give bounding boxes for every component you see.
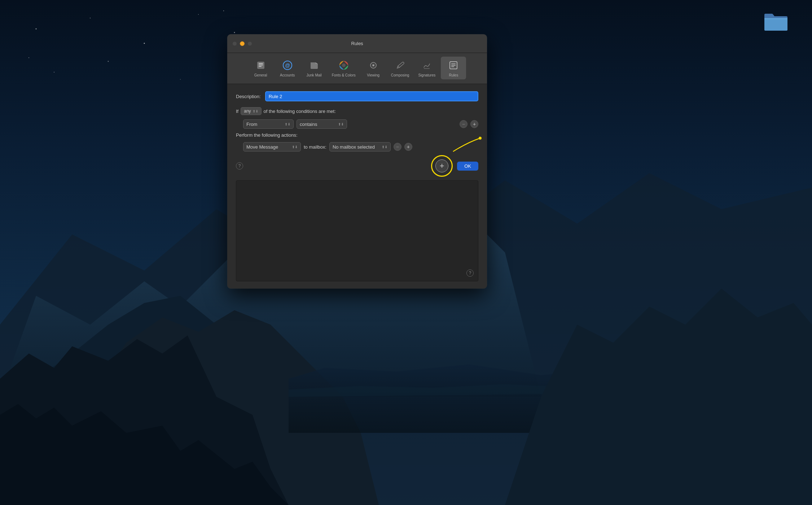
toolbar-item-accounts[interactable]: @ Accounts [275,57,300,79]
rules-window: Rules General @ Accounts [227,34,487,289]
svg-point-4 [198,14,199,15]
svg-rect-12 [259,63,263,64]
toolbar-item-rules[interactable]: Rules [441,57,466,79]
any-value: any [244,109,251,114]
composing-icon [394,59,407,72]
list-help-button[interactable]: ? [466,269,474,277]
action-row: Move Message ⬆⬇ to mailbox: No mailbox s… [236,142,478,152]
accounts-icon: @ [281,59,294,72]
svg-point-3 [144,43,145,44]
window-title: Rules [351,41,363,46]
svg-point-7 [108,61,109,62]
help-icon: ? [238,163,241,168]
composing-label: Composing [391,73,409,77]
ok-button[interactable]: OK [457,162,478,171]
toolbar-item-viewing[interactable]: Viewing [361,57,386,79]
action-plus-button[interactable]: + [404,143,412,151]
description-row: Description: [236,91,478,101]
any-popup[interactable]: any ⬆⬇ [241,107,261,115]
general-icon [254,59,267,72]
action-plus-icon: + [407,144,410,150]
description-input[interactable] [265,91,478,101]
mailbox-value: No mailbox selected [333,144,375,150]
svg-point-27 [479,137,482,140]
general-label: General [254,73,267,77]
toolbar-item-fonts-colors[interactable]: Fonts & Colors [328,57,359,79]
if-label: If [236,109,238,114]
operator-value: contains [300,122,317,127]
rules-icon [447,59,460,72]
junk-mail-label: Junk Mail [307,73,322,77]
signatures-label: Signatures [418,73,435,77]
svg-point-6 [54,72,54,73]
accounts-label: Accounts [280,73,295,77]
operator-select[interactable]: contains ⬆⬇ [297,119,347,129]
svg-text:@: @ [285,62,290,68]
any-chevrons: ⬆⬇ [253,109,258,113]
junk-mail-icon [308,59,321,72]
svg-point-9 [223,10,224,11]
action-minus-icon: − [396,144,399,150]
actions-label: Perform the following actions: [236,132,298,138]
rules-list[interactable]: ? [236,180,478,281]
condition-plus-button[interactable]: + [470,120,478,128]
viewing-label: Viewing [367,73,379,77]
field-select[interactable]: From ⬆⬇ [243,119,294,129]
svg-point-18 [342,63,346,67]
svg-point-2 [90,18,91,18]
action-select[interactable]: Move Message ⬆⬇ [243,142,301,152]
description-label: Description: [236,94,261,99]
plus-icon: + [473,121,476,127]
svg-point-5 [234,32,235,33]
help-button[interactable]: ? [236,162,243,170]
toolbar: General @ Accounts Junk Mail [227,53,487,84]
toolbar-item-composing[interactable]: Composing [387,57,413,79]
operator-chevrons: ⬆⬇ [338,122,344,126]
desktop-folder-icon[interactable] [761,11,790,36]
mailbox-select[interactable]: No mailbox selected ⬆⬇ [329,142,391,152]
action-chevrons: ⬆⬇ [292,145,298,149]
bottom-row: ? + OK [236,155,478,177]
toolbar-item-general[interactable]: General [248,57,273,79]
viewing-icon [367,59,380,72]
action-minus-button[interactable]: − [394,143,401,151]
actions-header: Perform the following actions: [236,132,478,138]
fonts-colors-icon [337,59,350,72]
window-content: Description: If any ⬆⬇ of the following … [227,84,487,289]
window-titlebar: Rules [227,34,487,53]
traffic-lights [232,41,252,46]
ok-label: OK [464,163,471,169]
conditions-header: If any ⬆⬇ of the following conditions ar… [236,107,478,115]
svg-point-10 [28,57,29,58]
annotation-circle [431,155,453,177]
toolbar-item-signatures[interactable]: Signatures [414,57,439,79]
toolbar-item-junk-mail[interactable]: Junk Mail [302,57,327,79]
condition-row: From ⬆⬇ contains ⬆⬇ − + [236,119,478,129]
to-mailbox-label: to mailbox: [304,144,326,150]
rules-label: Rules [449,73,458,77]
svg-rect-13 [259,65,263,65]
close-button[interactable] [232,41,237,46]
minus-icon: − [462,121,465,127]
folder-svg [763,11,789,32]
svg-point-8 [180,79,181,80]
maximize-button[interactable] [247,41,252,46]
list-help-icon: ? [469,271,471,276]
svg-point-1 [36,28,37,30]
field-value: From [246,122,257,127]
svg-point-21 [373,65,374,66]
action-value: Move Message [246,144,278,150]
minimize-button[interactable] [240,41,245,46]
signatures-icon [420,59,433,72]
conditions-suffix: of the following conditions are met: [264,109,336,114]
condition-minus-button[interactable]: − [460,120,468,128]
mailbox-chevrons: ⬆⬇ [382,145,387,149]
field-chevrons: ⬆⬇ [285,122,290,126]
svg-rect-14 [259,66,262,67]
fonts-colors-label: Fonts & Colors [332,73,356,77]
